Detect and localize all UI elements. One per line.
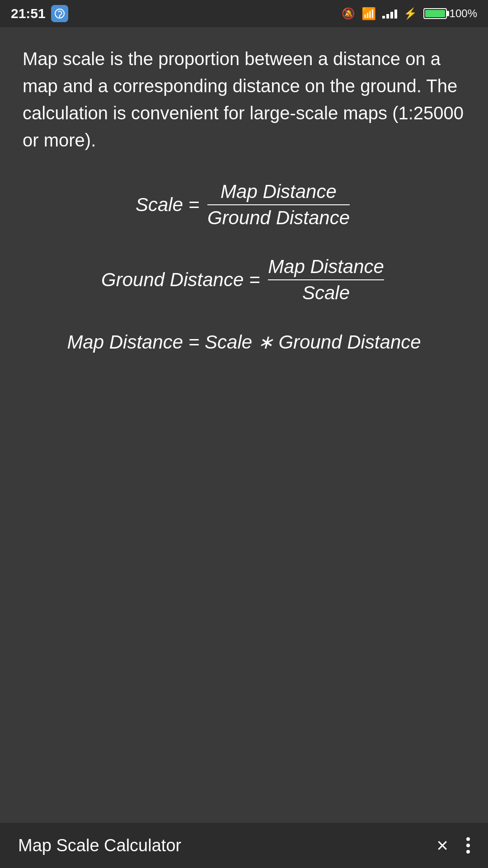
charging-icon: ⚡ — [404, 7, 417, 20]
ground-distance-formula: Ground Distance = Map Distance Scale — [101, 256, 387, 304]
ground-distance-denominator: Scale — [268, 280, 384, 304]
ground-distance-numerator: Map Distance — [268, 256, 384, 280]
status-right: 🔕 📶 ⚡ 100% — [342, 7, 477, 21]
battery-percent: 100% — [450, 7, 477, 20]
formulas-container: Scale = Map Distance Ground Distance Gro… — [23, 181, 465, 353]
scale-fraction: Map Distance Ground Distance — [207, 181, 350, 229]
battery-bar — [423, 8, 447, 19]
scale-formula: Scale = Map Distance Ground Distance — [136, 181, 352, 229]
status-left: 21:51 — [11, 5, 68, 22]
map-distance-formula: Map Distance = Scale ∗ Ground Distance — [67, 331, 421, 353]
battery-indicator: 100% — [423, 7, 477, 20]
ground-distance-fraction: Map Distance Scale — [268, 256, 384, 304]
psi-icon — [51, 5, 68, 22]
svg-point-1 — [59, 16, 60, 18]
more-options-button[interactable] — [466, 837, 470, 854]
status-bar: 21:51 🔕 📶 ⚡ 100% — [0, 0, 488, 27]
signal-icon — [382, 9, 397, 19]
battery-fill — [425, 10, 445, 17]
wifi-icon: 📶 — [361, 7, 376, 21]
dot-1 — [466, 837, 470, 841]
main-content: Map scale is the proportion between a di… — [0, 27, 488, 371]
bottom-bar: Map Scale Calculator × — [0, 823, 488, 868]
map-distance-inline: Map Distance = Scale ∗ Ground Distance — [67, 331, 421, 353]
description-text: Map scale is the proportion between a di… — [23, 45, 465, 154]
bottom-title: Map Scale Calculator — [18, 836, 181, 855]
dot-3 — [466, 850, 470, 854]
mute-icon: 🔕 — [342, 7, 355, 20]
close-button[interactable]: × — [436, 834, 448, 857]
scale-denominator: Ground Distance — [207, 205, 350, 229]
ground-distance-label: Ground Distance = — [101, 269, 265, 291]
scale-label: Scale = — [136, 194, 205, 216]
bottom-icons[interactable]: × — [436, 834, 470, 857]
scale-numerator: Map Distance — [207, 181, 350, 205]
dot-2 — [466, 844, 470, 847]
status-time: 21:51 — [11, 6, 46, 21]
